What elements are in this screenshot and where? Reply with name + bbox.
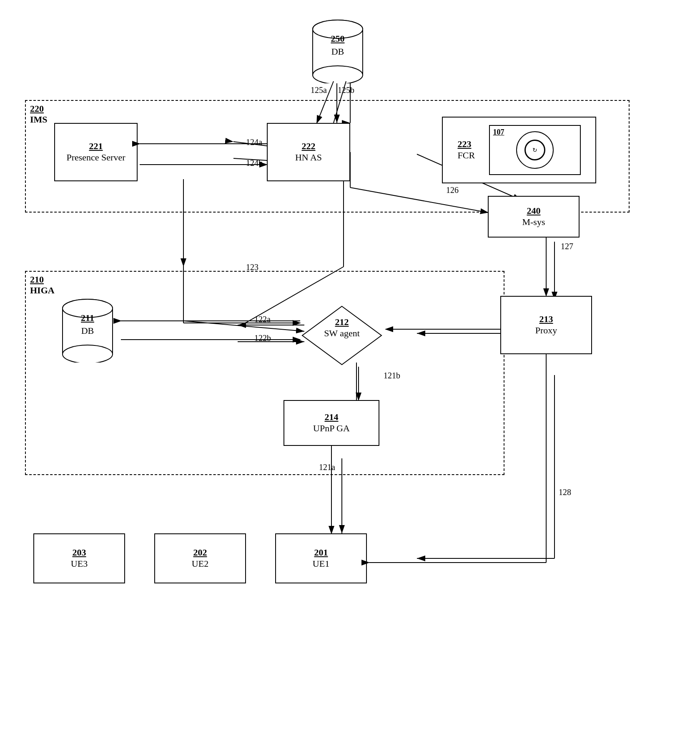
svg-point-23 (313, 66, 363, 83)
label-121b: 121b (384, 371, 400, 380)
hnas-id: 222 (302, 141, 316, 152)
higa-id: 210 (30, 274, 44, 285)
upnp-ga-box: 214 UPnP GA (284, 400, 379, 446)
proxy-title: Proxy (535, 325, 557, 337)
label-127: 127 (561, 242, 573, 251)
label-126: 126 (446, 185, 459, 195)
sw-agent-title: SW agent (300, 328, 384, 340)
fcr-box: 223 FCR ↻ 107 (442, 117, 596, 183)
db211-title-label: DB (81, 325, 94, 336)
db-211: 211 DB (58, 292, 117, 363)
db250-id-label: 250 (331, 33, 345, 44)
label-122a: 122a (254, 315, 271, 324)
db250-title-label: DB (331, 46, 344, 57)
presence-title: Presence Server (66, 152, 125, 164)
hn-as-box: 222 HN AS (267, 123, 350, 181)
label-128: 128 (559, 488, 571, 497)
ue2-id: 202 (193, 547, 207, 558)
label-121a: 121a (319, 463, 335, 472)
ims-title: IMS (30, 114, 48, 125)
presence-id: 221 (89, 141, 103, 152)
upnp-id: 214 (325, 412, 339, 423)
hnas-title: HN AS (295, 152, 322, 164)
sw-agent-diamond: 212 SW agent (300, 304, 384, 367)
sw-agent-id: 212 (300, 317, 384, 328)
ue1-id: 201 (314, 547, 328, 558)
label-123: 123 (246, 263, 258, 272)
label-124a: 124a (246, 138, 262, 147)
db-250: 250 DB (309, 13, 367, 83)
diagram-container: 250 DB 125a 125b 220 IMS 221 Presence Se… (0, 0, 700, 733)
higa-region-label: 210 HIGA (30, 274, 55, 296)
fcr-title: FCR (458, 150, 475, 162)
ue3-id: 203 (73, 547, 86, 558)
presence-server-box: 221 Presence Server (54, 123, 138, 181)
proxy-box: 213 Proxy (500, 296, 592, 354)
msys-title: M-sys (522, 216, 545, 228)
ue2-title: UE2 (192, 558, 208, 570)
msys-box: 240 M-sys (488, 196, 580, 238)
fcr-id: 223 (458, 139, 472, 150)
ue1-title: UE1 (313, 558, 329, 570)
label-124b: 124b (246, 158, 263, 168)
label-125b: 125b (338, 85, 354, 95)
higa-title: HIGA (30, 285, 55, 295)
ims-region-label: 220 IMS (30, 103, 48, 125)
svg-point-28 (63, 345, 113, 363)
fcr-inner-id: 107 (493, 128, 504, 137)
label-125a: 125a (311, 85, 327, 95)
fcr-inner-box: ↻ 107 (489, 125, 581, 175)
proxy-id: 213 (539, 314, 553, 325)
ue1-box: 201 UE1 (275, 533, 367, 583)
ue3-box: 203 UE3 (33, 533, 125, 583)
ue3-title: UE3 (71, 558, 88, 570)
ue2-box: 202 UE2 (154, 533, 246, 583)
upnp-title: UPnP GA (313, 423, 350, 435)
ims-id: 220 (30, 103, 44, 114)
msys-id: 240 (527, 205, 541, 216)
label-122b: 122b (254, 333, 271, 343)
db211-id-label: 211 (81, 313, 94, 323)
